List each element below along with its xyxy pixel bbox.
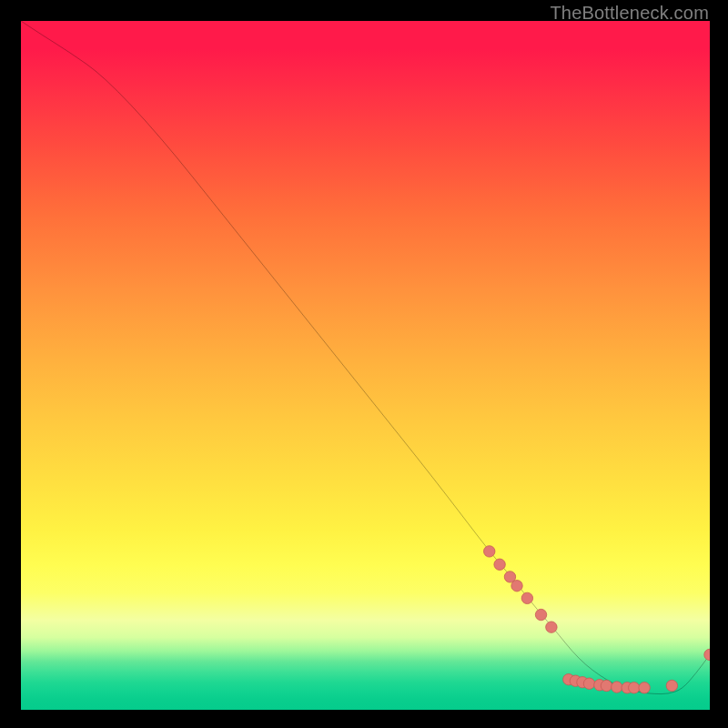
- curve-marker: [484, 546, 495, 557]
- curve-marker: [494, 559, 505, 570]
- curve-markers-svg: [21, 21, 710, 710]
- curve-marker: [666, 680, 677, 691]
- brand-watermark: TheBottleneck.com: [550, 3, 709, 24]
- curve-marker: [629, 682, 640, 693]
- curve-marker: [511, 581, 522, 592]
- curve-marker: [612, 682, 622, 693]
- curve-marker: [639, 682, 650, 693]
- curve-marker: [521, 592, 532, 603]
- curve-marker: [601, 680, 612, 691]
- curve-marker: [704, 649, 710, 660]
- curve-marker: [546, 622, 557, 632]
- plot-area: [21, 21, 710, 710]
- curve-marker: [583, 678, 594, 689]
- curve-markers-group: [484, 546, 710, 693]
- curve-marker: [535, 609, 546, 620]
- chart-stage: TheBottleneck.com: [0, 0, 728, 728]
